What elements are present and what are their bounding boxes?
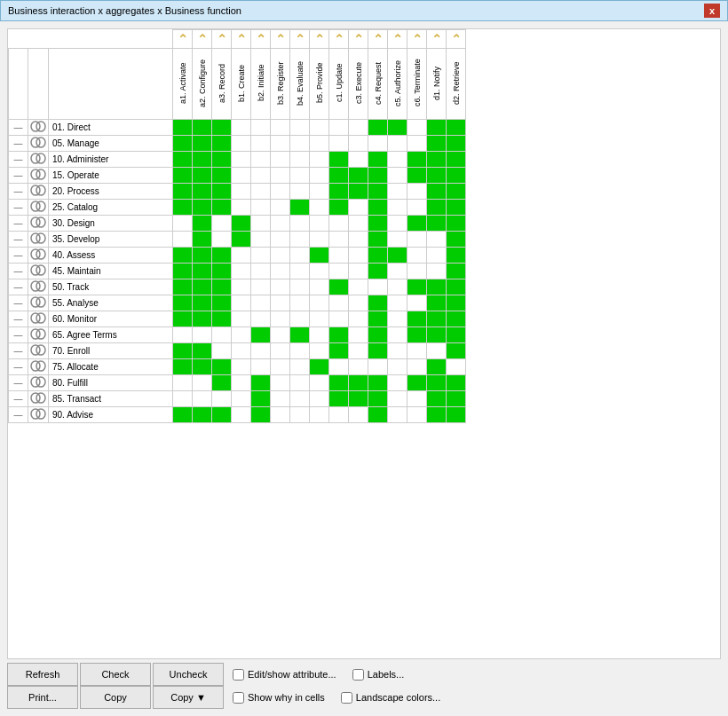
cell-10-7[interactable]	[310, 279, 329, 295]
cell-4-2[interactable]: X	[212, 184, 232, 200]
cell-1-11[interactable]	[388, 136, 408, 152]
cell-2-3[interactable]	[232, 152, 251, 168]
cell-5-13[interactable]: X	[427, 200, 447, 216]
cell-5-8[interactable]: X	[329, 200, 349, 216]
cell-3-4[interactable]	[251, 168, 271, 184]
cell-1-8[interactable]	[329, 136, 349, 152]
cell-15-0[interactable]: X	[173, 359, 193, 375]
cell-7-14[interactable]: X	[447, 232, 466, 248]
cell-18-1[interactable]: X	[193, 407, 212, 423]
cell-11-1[interactable]: X	[193, 295, 212, 311]
cell-13-6[interactable]: X	[290, 327, 310, 343]
cell-11-2[interactable]: X	[212, 295, 232, 311]
cell-12-9[interactable]	[349, 311, 368, 327]
cell-16-8[interactable]: X	[329, 375, 349, 391]
cell-1-4[interactable]	[251, 136, 271, 152]
cell-8-3[interactable]	[232, 248, 251, 264]
cell-0-10[interactable]: X	[368, 120, 388, 136]
cell-18-6[interactable]	[290, 407, 310, 423]
cell-3-3[interactable]	[232, 168, 251, 184]
cell-14-9[interactable]	[349, 343, 368, 359]
close-button[interactable]: x	[704, 4, 720, 18]
cell-0-12[interactable]	[408, 120, 427, 136]
cell-13-11[interactable]	[388, 327, 408, 343]
check-button[interactable]: Check	[80, 663, 151, 686]
cell-16-10[interactable]: X	[368, 375, 388, 391]
cell-17-1[interactable]	[193, 391, 212, 407]
cell-5-12[interactable]	[408, 200, 427, 216]
cell-3-10[interactable]: X	[368, 168, 388, 184]
cell-12-3[interactable]	[232, 311, 251, 327]
cell-17-14[interactable]: X	[447, 391, 466, 407]
refresh-button[interactable]: Refresh	[7, 663, 78, 686]
cell-9-7[interactable]	[310, 264, 329, 279]
cell-11-3[interactable]	[232, 295, 251, 311]
cell-2-9[interactable]	[349, 152, 368, 168]
cell-1-6[interactable]	[290, 136, 310, 152]
cell-4-1[interactable]: X	[193, 184, 212, 200]
cell-17-5[interactable]	[271, 391, 290, 407]
cell-5-0[interactable]: X	[173, 200, 193, 216]
cell-18-4[interactable]: X	[251, 407, 271, 423]
cell-9-2[interactable]: X	[212, 264, 232, 279]
cell-0-1[interactable]: X	[193, 120, 212, 136]
cell-8-7[interactable]: X	[310, 248, 329, 264]
cell-11-11[interactable]	[388, 295, 408, 311]
cell-2-5[interactable]	[271, 152, 290, 168]
cell-9-13[interactable]	[427, 264, 447, 279]
cell-8-0[interactable]: X	[173, 248, 193, 264]
matrix-wrapper[interactable]: ⌃⌃⌃⌃⌃⌃⌃⌃⌃⌃⌃⌃⌃⌃⌃a1. Activatea2. Configure…	[7, 28, 721, 659]
cell-16-6[interactable]	[290, 375, 310, 391]
cell-6-2[interactable]	[212, 216, 232, 232]
cell-3-13[interactable]: X	[427, 168, 447, 184]
cell-10-9[interactable]	[349, 279, 368, 295]
cell-18-10[interactable]: X	[368, 407, 388, 423]
cell-6-6[interactable]	[290, 216, 310, 232]
cell-5-5[interactable]	[271, 200, 290, 216]
cell-6-1[interactable]: X	[193, 216, 212, 232]
cell-0-0[interactable]: X	[173, 120, 193, 136]
cell-6-12[interactable]: X	[408, 216, 427, 232]
cell-5-11[interactable]	[388, 200, 408, 216]
print-button[interactable]: Print...	[7, 686, 78, 709]
cell-12-11[interactable]	[388, 311, 408, 327]
cell-17-0[interactable]	[173, 391, 193, 407]
cell-13-8[interactable]: X	[329, 327, 349, 343]
cell-0-9[interactable]	[349, 120, 368, 136]
cell-5-9[interactable]	[349, 200, 368, 216]
cell-0-11[interactable]: X	[388, 120, 408, 136]
cell-18-14[interactable]: X	[447, 407, 466, 423]
show-why-checkbox[interactable]	[233, 692, 244, 704]
cell-8-11[interactable]: X	[388, 248, 408, 264]
cell-8-2[interactable]: X	[212, 248, 232, 264]
cell-4-14[interactable]: X	[447, 184, 466, 200]
cell-14-1[interactable]: X	[193, 343, 212, 359]
cell-1-10[interactable]	[368, 136, 388, 152]
landscape-checkbox[interactable]	[341, 692, 352, 704]
cell-16-9[interactable]: X	[349, 375, 368, 391]
cell-8-1[interactable]: X	[193, 248, 212, 264]
cell-4-4[interactable]	[251, 184, 271, 200]
cell-11-12[interactable]	[408, 295, 427, 311]
cell-3-9[interactable]: X	[349, 168, 368, 184]
cell-7-5[interactable]	[271, 232, 290, 248]
cell-12-13[interactable]: X	[427, 311, 447, 327]
cell-15-9[interactable]	[349, 359, 368, 375]
cell-13-10[interactable]: X	[368, 327, 388, 343]
cell-2-10[interactable]: X	[368, 152, 388, 168]
cell-2-8[interactable]: X	[329, 152, 349, 168]
cell-1-5[interactable]	[271, 136, 290, 152]
cell-7-13[interactable]	[427, 232, 447, 248]
cell-14-7[interactable]	[310, 343, 329, 359]
cell-12-8[interactable]	[329, 311, 349, 327]
cell-10-13[interactable]: X	[427, 279, 447, 295]
cell-18-8[interactable]	[329, 407, 349, 423]
cell-9-12[interactable]	[408, 264, 427, 279]
labels-checkbox[interactable]	[352, 669, 364, 681]
cell-5-4[interactable]	[251, 200, 271, 216]
cell-3-14[interactable]: X	[447, 168, 466, 184]
cell-11-7[interactable]	[310, 295, 329, 311]
cell-2-1[interactable]: X	[193, 152, 212, 168]
cell-7-9[interactable]	[349, 232, 368, 248]
cell-7-2[interactable]	[212, 232, 232, 248]
